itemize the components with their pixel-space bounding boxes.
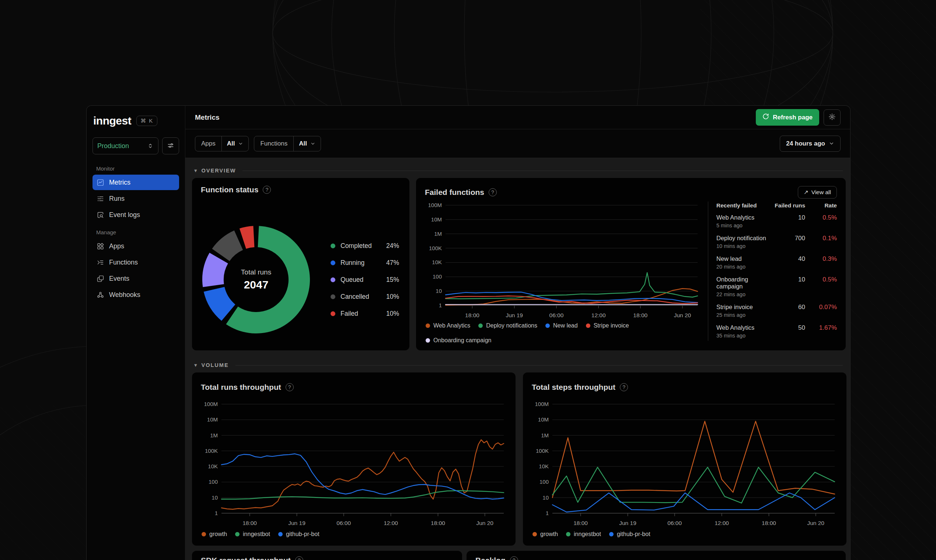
help-icon[interactable]: ? — [295, 556, 303, 560]
svg-text:10K: 10K — [539, 463, 549, 469]
failed-rate: 0.5% — [805, 276, 837, 297]
svg-text:100: 100 — [433, 273, 442, 280]
failed-table-header: Recently failedFailed runsRate — [716, 202, 837, 209]
help-icon[interactable]: ? — [620, 383, 628, 391]
failed-table-row[interactable]: New lead20 mins ago400.3% — [716, 255, 837, 270]
svg-text:10K: 10K — [208, 463, 218, 469]
sidebar-section-label: Monitor — [96, 165, 179, 172]
sidebar-nav: MonitorMetricsRunsEvent logsManageAppsFu… — [92, 165, 179, 303]
legend-item-onboarding-campaign: Onboarding campaign — [426, 337, 491, 344]
svg-text:06:00: 06:00 — [667, 520, 682, 526]
svg-text:10M: 10M — [207, 416, 218, 423]
backlog-card: Backlog ? — [466, 551, 846, 560]
legend-dot-icon — [426, 323, 430, 328]
legend-item-inngestbot: inngestbot — [566, 531, 601, 537]
command-k-shortcut-badge[interactable]: ⌘ K — [136, 116, 157, 126]
sidebar: inngest ⌘ K Production MonitorMetricsRun… — [86, 106, 185, 560]
sidebar-item-apps[interactable]: Apps — [92, 238, 179, 254]
help-icon[interactable]: ? — [489, 188, 497, 196]
sidebar-item-metrics[interactable]: Metrics — [92, 175, 179, 190]
svg-text:1M: 1M — [210, 432, 218, 438]
svg-text:100K: 100K — [205, 448, 218, 454]
status-legend-item: Completed24% — [331, 242, 399, 250]
svg-text:Jun 20: Jun 20 — [476, 520, 493, 526]
svg-text:12:00: 12:00 — [714, 520, 729, 526]
sidebar-item-event-logs[interactable]: Event logs — [92, 207, 179, 223]
volume-section-header: ▾ VOLUME — [192, 360, 846, 370]
main-area: Metrics Refresh page Apps — [185, 106, 850, 560]
failed-function-time: 35 mins ago — [716, 333, 771, 338]
failed-functions-chart: 11010010K100K1M10M100M18:00Jun 1906:0012… — [425, 200, 700, 320]
legend-dot-icon — [331, 277, 336, 282]
help-icon[interactable]: ? — [286, 383, 294, 391]
recently-failed-table: Recently failedFailed runsRateWeb Analyt… — [716, 200, 837, 344]
total-runs-throughput-card: Total runs throughput ? 11010010K100K1M1… — [192, 372, 516, 546]
sidebar-item-label: Functions — [109, 258, 138, 266]
legend-item-github-pr-bot: github-pr-bot — [609, 531, 650, 537]
status-legend-item: Cancelled10% — [331, 293, 399, 301]
settings-button[interactable] — [824, 109, 841, 126]
collapse-triangle-icon[interactable]: ▾ — [194, 167, 197, 174]
environment-value: Production — [97, 142, 129, 150]
legend-dot-icon — [545, 323, 550, 328]
filter-bar: Apps All Functions All — [185, 129, 850, 158]
time-range-selector[interactable]: 24 hours ago — [780, 135, 841, 152]
legend-dot-icon — [426, 338, 430, 343]
legend-dot-icon — [478, 323, 483, 328]
webhooks-icon — [97, 291, 104, 299]
environment-filter-button[interactable] — [162, 137, 179, 154]
failed-function-time: 10 mins ago — [716, 243, 771, 249]
failed-table-row[interactable]: Web Analytics5 mins ago100.5% — [716, 214, 837, 228]
svg-text:12:00: 12:00 — [383, 520, 398, 526]
function-status-title: Function status — [201, 185, 258, 194]
inngest-logo: inngest — [93, 115, 131, 127]
legend-dot-icon — [202, 532, 206, 537]
svg-text:1: 1 — [439, 302, 442, 308]
svg-text:100M: 100M — [204, 401, 218, 407]
svg-text:10M: 10M — [431, 216, 442, 223]
failed-runs-count: 10 — [771, 214, 805, 228]
runs-icon — [97, 195, 104, 203]
failed-table-row[interactable]: Deploy notification10 mins ago7000.1% — [716, 235, 837, 249]
refresh-page-button[interactable]: Refresh page — [756, 109, 819, 126]
series-growth — [222, 440, 504, 509]
sidebar-item-functions[interactable]: Functions — [92, 255, 179, 270]
legend-item-new-lead: New lead — [545, 322, 578, 329]
failed-function-name: Web Analytics — [716, 324, 771, 331]
failed-rate: 0.5% — [805, 214, 837, 228]
help-icon[interactable]: ? — [510, 556, 518, 560]
sliders-icon — [167, 142, 174, 150]
failed-table-row[interactable]: Web Analytics35 mins ago501.67% — [716, 324, 837, 338]
apps-filter[interactable]: Apps All — [195, 136, 249, 151]
legend-dot-icon — [609, 532, 614, 537]
view-all-button[interactable]: ↗ View all — [798, 186, 837, 198]
svg-text:Jun 20: Jun 20 — [807, 520, 824, 526]
failed-rate: 0.3% — [805, 255, 837, 270]
help-icon[interactable]: ? — [263, 186, 271, 194]
legend-item-inngestbot: inngestbot — [235, 531, 270, 537]
svg-text:1: 1 — [546, 510, 549, 516]
environment-selector[interactable]: Production — [92, 137, 159, 154]
failed-table-row[interactable]: Onboarding campaign22 mins ago100.5% — [716, 276, 837, 297]
svg-text:Jun 19: Jun 19 — [288, 520, 305, 526]
sidebar-item-label: Metrics — [109, 179, 131, 186]
function-status-donut: Total runs 2047 — [201, 225, 311, 335]
sidebar-item-runs[interactable]: Runs — [92, 191, 179, 206]
collapse-triangle-icon[interactable]: ▾ — [194, 362, 197, 368]
total-runs-legend: growthinngestbotgithub-pr-bot — [201, 529, 507, 537]
sidebar-section-label: Manage — [96, 229, 179, 235]
failed-functions-legend: Web AnalyticsDeploy notificationsNew lea… — [425, 320, 700, 344]
legend-dot-icon — [235, 532, 240, 537]
event-logs-icon — [97, 211, 104, 219]
sdk-request-throughput-card: SDK request throughput ? — [192, 551, 462, 560]
sidebar-item-events[interactable]: Events — [92, 271, 179, 286]
failed-rate: 1.67% — [805, 324, 837, 338]
total-runs-chart: 11010010K100K1M10M100M18:00Jun 1906:0012… — [201, 399, 507, 529]
functions-filter[interactable]: Functions All — [254, 136, 320, 151]
svg-text:18:00: 18:00 — [242, 520, 257, 526]
sidebar-item-webhooks[interactable]: Webhooks — [92, 287, 179, 303]
sidebar-item-label: Runs — [109, 195, 125, 203]
svg-text:100M: 100M — [428, 202, 442, 208]
failed-function-time: 5 mins ago — [716, 223, 771, 228]
failed-table-row[interactable]: Stripe invoice25 mins ago600.07% — [716, 303, 837, 318]
